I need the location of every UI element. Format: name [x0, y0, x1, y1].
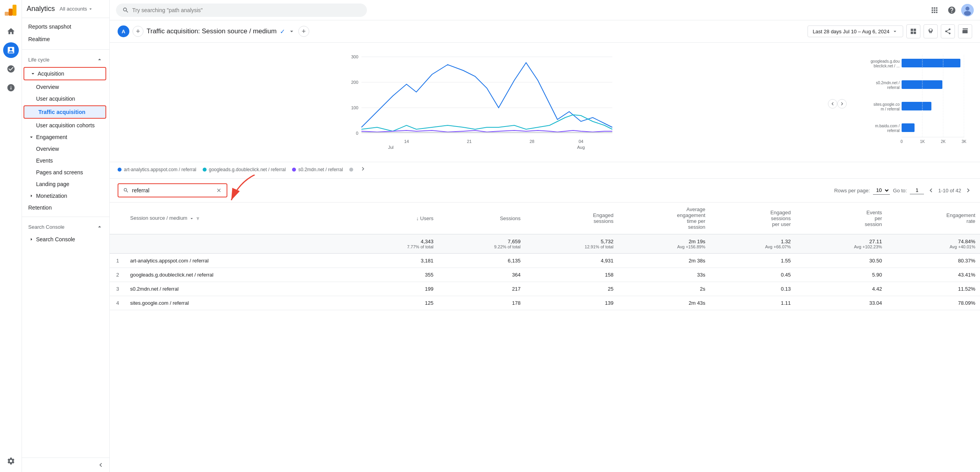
- total-avg-time: 2m 19s: [689, 239, 706, 244]
- google-analytics-logo[interactable]: [4, 3, 18, 17]
- filter-input[interactable]: [132, 187, 213, 194]
- retention-item[interactable]: Retention: [22, 202, 106, 213]
- svg-rect-28: [902, 59, 960, 67]
- add-comparison-btn[interactable]: +: [298, 26, 309, 37]
- search-filter-box[interactable]: [118, 183, 227, 197]
- explore-icon-btn[interactable]: [3, 61, 19, 77]
- search-console-section-label: Search Console: [28, 224, 65, 230]
- svg-text:s0.2mdn.net /: s0.2mdn.net /: [876, 81, 900, 85]
- svg-point-4: [965, 7, 969, 11]
- sidebar-item-reports-snapshot[interactable]: Reports snapshot: [22, 20, 106, 33]
- global-search[interactable]: [116, 4, 367, 17]
- svg-point-5: [964, 11, 971, 16]
- apps-icon-btn[interactable]: [927, 2, 942, 18]
- col-sessions[interactable]: Sessions: [438, 203, 525, 234]
- user-acq-cohorts[interactable]: User acquisition cohorts: [22, 119, 106, 131]
- total-events-per: 27.11: [869, 239, 882, 244]
- legend-item-4: [349, 168, 353, 172]
- svg-text:sites.google.co: sites.google.co: [873, 102, 900, 107]
- total-eng-rate: 74.84%: [958, 239, 975, 244]
- svg-text:14: 14: [404, 139, 409, 144]
- svg-text:28: 28: [530, 139, 534, 144]
- pagination-range: 1-10 of 42: [938, 188, 961, 194]
- total-engaged-pct: 12.91% of total: [530, 244, 613, 249]
- legend-next-btn[interactable]: [359, 165, 367, 174]
- view-toggle-btn[interactable]: [906, 24, 920, 38]
- traffic-acquisition-item[interactable]: Traffic acquisition: [24, 105, 106, 119]
- pages-screens[interactable]: Pages and screens: [22, 166, 106, 178]
- search-console-child[interactable]: Search Console: [22, 233, 106, 245]
- share-btn[interactable]: [941, 24, 955, 38]
- help-icon-btn[interactable]: [944, 2, 960, 18]
- col-eng-per-user[interactable]: Engagedsessionsper user: [710, 203, 795, 234]
- rows-per-page-label: Rows per page:: [834, 188, 870, 194]
- add-tab-btn[interactable]: +: [132, 26, 143, 37]
- chart-legend: art-analytics.appspot.com / referral goo…: [110, 162, 980, 179]
- title-dropdown-icon[interactable]: [288, 28, 295, 35]
- table-row: 1 art-analytics.appspot.com / referral 3…: [110, 253, 980, 268]
- advertising-icon-btn[interactable]: [3, 80, 19, 96]
- tab-avatar: A: [118, 25, 129, 37]
- pagination-next-btn[interactable]: [964, 186, 972, 194]
- anomaly-btn[interactable]: [958, 24, 972, 38]
- acq-user-acquisition[interactable]: User acquisition: [22, 93, 106, 105]
- filter-clear-icon[interactable]: [216, 187, 222, 194]
- search-console-collapse-icon[interactable]: [96, 223, 103, 230]
- app-title: Analytics: [27, 5, 55, 13]
- svg-rect-1: [9, 9, 13, 16]
- account-selector[interactable]: All accounts: [60, 6, 93, 12]
- acq-overview[interactable]: Overview: [22, 81, 106, 93]
- engagement-item[interactable]: Engagement: [22, 131, 106, 143]
- col-users[interactable]: ↓ Users: [351, 203, 438, 234]
- col-source[interactable]: Session source / medium: [125, 203, 351, 234]
- goto-input[interactable]: [910, 186, 924, 194]
- home-icon-btn[interactable]: [3, 24, 19, 39]
- acquisition-label: Acquisition: [38, 71, 64, 77]
- legend-item-3: s0.2mdn.net / referral: [292, 167, 343, 172]
- svg-rect-31: [902, 123, 915, 132]
- total-avg-time-pct: Avg +156.89%: [623, 244, 705, 249]
- chart-carousel-prev[interactable]: [828, 99, 837, 109]
- date-range-label: Last 28 days Jul 10 – Aug 6, 2024: [813, 29, 889, 34]
- col-avg-time[interactable]: Averageengagementtime persession: [618, 203, 710, 234]
- svg-text:googleads.g.dou: googleads.g.dou: [871, 59, 900, 63]
- monetization-item[interactable]: Monetization: [22, 190, 106, 202]
- lifecycle-collapse-icon[interactable]: [96, 56, 103, 63]
- date-range-picker[interactable]: Last 28 days Jul 10 – Aug 6, 2024: [808, 25, 903, 37]
- acquisition-item[interactable]: Acquisition: [24, 67, 106, 80]
- sidebar-item-realtime[interactable]: Realtime: [22, 33, 106, 45]
- landing-page[interactable]: Landing page: [22, 178, 106, 190]
- total-eng-per-user: 1.32: [781, 239, 791, 244]
- eng-overview[interactable]: Overview: [22, 143, 106, 155]
- total-users-pct: 7.77% of total: [356, 244, 434, 249]
- svg-text:bleclick.net / ...: bleclick.net / ...: [874, 64, 900, 68]
- pagination-prev-btn[interactable]: [927, 186, 935, 194]
- search-input[interactable]: [132, 7, 361, 13]
- svg-text:2K: 2K: [941, 139, 946, 144]
- sidebar-collapse-btn[interactable]: [97, 461, 105, 469]
- legend-item-2: googleads.g.doubleclick.net / referral: [203, 167, 286, 172]
- settings-icon-btn[interactable]: [3, 453, 19, 469]
- total-sessions-pct: 9.22% of total: [443, 244, 521, 249]
- table-row: 3 s0.2mdn.net / referral 199 217 25 2s 0…: [110, 282, 980, 296]
- svg-text:Jul: Jul: [388, 145, 394, 150]
- chart-carousel-next[interactable]: [837, 99, 847, 109]
- col-engaged[interactable]: Engagedsessions: [525, 203, 618, 234]
- page-title: Traffic acquisition: Session source / me…: [147, 27, 277, 35]
- total-sessions: 7,659: [508, 239, 521, 244]
- annotation-arrow: [227, 175, 259, 203]
- engagement-label: Engagement: [36, 134, 67, 140]
- reports-icon-btn[interactable]: [3, 42, 19, 58]
- legend-item-1: art-analytics.appspot.com / referral: [118, 167, 196, 172]
- svg-text:m / referral: m / referral: [881, 107, 900, 111]
- col-events-per[interactable]: Eventspersession: [795, 203, 887, 234]
- bar-chart-container: googleads.g.dou bleclick.net / ... s0.2m…: [855, 49, 972, 159]
- search-icon: [122, 7, 129, 14]
- user-avatar[interactable]: [961, 4, 974, 16]
- svg-text:referral: referral: [887, 128, 900, 133]
- insights-btn[interactable]: [924, 24, 938, 38]
- events-item[interactable]: Events: [22, 155, 106, 166]
- col-eng-rate[interactable]: Engagementrate: [887, 203, 980, 234]
- rows-per-page-select[interactable]: 10 25 50: [873, 186, 890, 195]
- svg-text:1K: 1K: [920, 139, 925, 144]
